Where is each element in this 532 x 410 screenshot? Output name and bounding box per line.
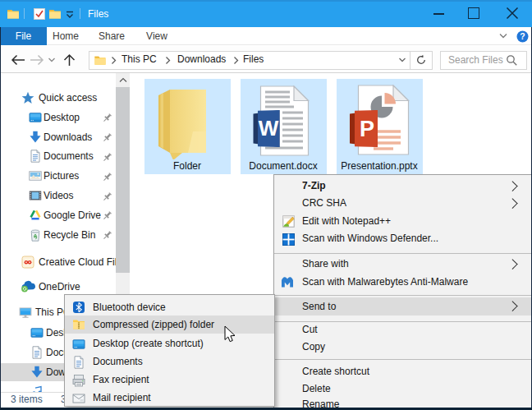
svg-text:?: ? [520, 31, 525, 41]
svg-text:W: W [259, 116, 279, 141]
svg-text:P: P [360, 117, 374, 141]
